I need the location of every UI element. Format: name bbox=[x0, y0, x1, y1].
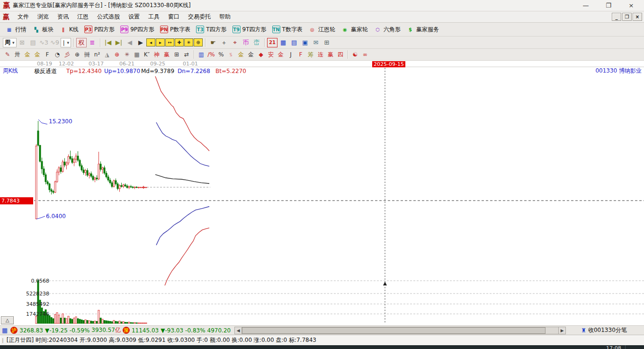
si-line-icon[interactable]: 四 bbox=[336, 50, 345, 59]
n-square-icon[interactable]: n² bbox=[92, 50, 102, 59]
toolbar-sectors-button[interactable]: ▚板块 bbox=[30, 25, 56, 35]
menu-formula-stock-pick[interactable]: 公式选股 bbox=[93, 12, 124, 21]
wave-9-icon[interactable]: ∿9 bbox=[50, 38, 60, 47]
percent-icon[interactable]: % bbox=[216, 50, 226, 59]
golden-circle-icon[interactable]: 金 bbox=[236, 50, 246, 59]
line-group-icon[interactable]: 卌 bbox=[82, 50, 92, 59]
stats-panel-icon[interactable]: ▥ bbox=[197, 50, 206, 59]
width-arrows-icon[interactable]: ⇄ bbox=[182, 50, 191, 59]
print-icon[interactable]: ⊞ bbox=[322, 38, 332, 47]
an-lines-icon[interactable]: 安 bbox=[266, 50, 276, 59]
angle-pin-tool-icon[interactable]: ⌖ bbox=[230, 38, 240, 47]
menu-gann[interactable]: 江恩 bbox=[73, 12, 93, 21]
gold-grid-2-icon[interactable]: 金 bbox=[33, 50, 42, 59]
wave-3-icon[interactable]: ∿3 bbox=[39, 38, 49, 47]
gold-channel-icon[interactable]: 金 bbox=[276, 50, 286, 59]
scrollbar-thumb[interactable] bbox=[242, 327, 546, 334]
toolbar-gann-wheel-button[interactable]: ◎江恩轮 bbox=[306, 25, 338, 35]
ying-line-icon[interactable]: 赢 bbox=[326, 50, 335, 59]
menu-news[interactable]: 资讯 bbox=[53, 12, 73, 21]
panel-expand-button[interactable]: △ bbox=[1, 316, 14, 324]
diamond-left-icon[interactable]: ◂ bbox=[146, 38, 155, 46]
scroll-right-button[interactable]: ▶ bbox=[558, 327, 566, 334]
diamond-cross-icon[interactable]: ✚ bbox=[175, 38, 184, 46]
shape-tool-t-icon[interactable]: 峦 bbox=[251, 38, 262, 47]
toolbar-quotes-button[interactable]: ▦行情 bbox=[3, 25, 29, 35]
golden-percent-icon[interactable]: ﹪ bbox=[226, 50, 236, 59]
mdi-minimize-button[interactable]: _ bbox=[612, 13, 621, 21]
scroll-left-button[interactable]: ◀ bbox=[234, 327, 242, 334]
k-prime-icon[interactable]: K″ bbox=[142, 50, 152, 59]
report-icon[interactable]: ▤ bbox=[28, 38, 38, 47]
chip-line-icon[interactable]: 筹 bbox=[306, 50, 315, 59]
notes-icon[interactable]: ▤ bbox=[289, 38, 299, 47]
star-circle-icon[interactable]: ✳ bbox=[122, 50, 132, 59]
target-circle-icon[interactable]: ⊕ bbox=[112, 50, 122, 59]
last-page-icon[interactable]: ▶| bbox=[114, 38, 124, 47]
close-button[interactable]: × bbox=[626, 2, 636, 9]
save-icon[interactable]: ▣ bbox=[300, 38, 310, 47]
golden-line-icon[interactable]: 金 bbox=[246, 50, 256, 59]
gann-lines-icon[interactable]: 卅 bbox=[13, 50, 22, 59]
ying-grid-icon[interactable]: 赢 bbox=[162, 50, 171, 59]
mdi-close-button[interactable]: × bbox=[633, 13, 642, 21]
toolbar-p9-square-button[interactable]: P99P四方形 bbox=[118, 25, 157, 35]
toolbar-kline-button[interactable]: ∥K线 bbox=[57, 25, 81, 35]
calendar-icon[interactable]: 21 bbox=[267, 38, 277, 47]
pen-tool-icon[interactable]: ✎ bbox=[3, 50, 12, 59]
kline-chart[interactable] bbox=[0, 61, 644, 325]
shape-tool-p-icon[interactable]: 币 bbox=[241, 38, 251, 47]
gann-circle-icon[interactable]: ⊕ bbox=[72, 50, 82, 59]
menu-file[interactable]: 文件 bbox=[13, 12, 33, 21]
calculator-icon[interactable]: ▦ bbox=[278, 38, 288, 47]
toolbar-p-number-table-button[interactable]: PNP数字表 bbox=[158, 25, 193, 35]
rights-adjust-icon[interactable]: 权 bbox=[76, 38, 87, 47]
angle-a-icon[interactable]: ◮ bbox=[102, 50, 112, 59]
menu-settings[interactable]: 设置 bbox=[124, 12, 144, 21]
gold-grid-1-icon[interactable]: 金 bbox=[23, 50, 32, 59]
overview-icon[interactable]: ⊠ bbox=[17, 38, 27, 47]
color-volume-icon[interactable]: ≣ bbox=[87, 38, 98, 47]
menu-trade-entrust[interactable]: 交易委托 bbox=[184, 12, 215, 21]
horizontal-scrollbar[interactable]: ◀ ▶ bbox=[234, 327, 566, 334]
brush-icon[interactable]: 彡 bbox=[63, 50, 72, 59]
toolbar-t-number-table-button[interactable]: TNT数字表 bbox=[270, 25, 305, 35]
drag-tool-icon[interactable]: ◆ bbox=[256, 50, 266, 59]
period-dropdown[interactable]: 周▾ bbox=[3, 38, 17, 47]
restore-button[interactable]: ❐ bbox=[603, 2, 614, 9]
toolbar-winner-wheel-button[interactable]: ◉赢家轮 bbox=[339, 25, 370, 35]
crosshair-tool-icon[interactable]: ＋ bbox=[219, 38, 229, 47]
f-angle-icon[interactable]: F bbox=[296, 50, 305, 59]
scrollbar-track[interactable] bbox=[242, 327, 558, 334]
yinyang-ball-icon[interactable]: ☯ bbox=[350, 50, 360, 59]
diamond-star-icon[interactable]: ✳ bbox=[184, 38, 193, 46]
diamond-both-icon[interactable]: ↔ bbox=[165, 38, 174, 46]
minimize-button[interactable]: — bbox=[581, 2, 591, 9]
next-page-icon[interactable]: ▶ bbox=[135, 38, 146, 47]
mdi-restore-button[interactable]: ❐ bbox=[622, 13, 632, 21]
j-angle-icon[interactable]: J bbox=[286, 50, 295, 59]
toolbar-winner-service-button[interactable]: $赢家服务 bbox=[404, 25, 441, 35]
menu-browse[interactable]: 浏览 bbox=[33, 12, 53, 21]
menu-tools[interactable]: 工具 bbox=[144, 12, 164, 21]
shen-grid-icon[interactable]: 神 bbox=[152, 50, 161, 59]
first-page-icon[interactable]: |◀ bbox=[103, 38, 113, 47]
send-mail-icon[interactable]: ✉ bbox=[311, 38, 321, 47]
percent-slash-icon[interactable]: ∕% bbox=[206, 50, 216, 59]
infinity-icon[interactable]: ∞ bbox=[360, 50, 370, 59]
hand-tool-icon[interactable]: ☛ bbox=[208, 38, 218, 47]
prev-page-icon[interactable]: ◀ bbox=[125, 38, 135, 47]
num-grid-icon[interactable]: ⊞ bbox=[172, 50, 181, 59]
menu-help[interactable]: 帮助 bbox=[215, 12, 235, 21]
menu-window[interactable]: 窗口 bbox=[164, 12, 184, 21]
toolbar-t-square-button[interactable]: T3T四方形 bbox=[194, 25, 229, 35]
diamond-target-icon[interactable]: ⊕ bbox=[194, 38, 203, 46]
f-grid-icon[interactable]: F bbox=[43, 50, 52, 59]
quote-grid-icon[interactable]: ▦ bbox=[2, 327, 8, 334]
diamond-right-icon[interactable]: ▸ bbox=[156, 38, 165, 46]
toolbar-t9-square-button[interactable]: T99T四方形 bbox=[230, 25, 269, 35]
candle-style-dropdown[interactable]: ∣▾ bbox=[61, 38, 72, 47]
lian-line-icon[interactable]: 连 bbox=[316, 50, 325, 59]
toolbar-hexagon-button[interactable]: ⬡六角形 bbox=[371, 25, 403, 35]
spiral-icon[interactable]: ◔ bbox=[53, 50, 62, 59]
